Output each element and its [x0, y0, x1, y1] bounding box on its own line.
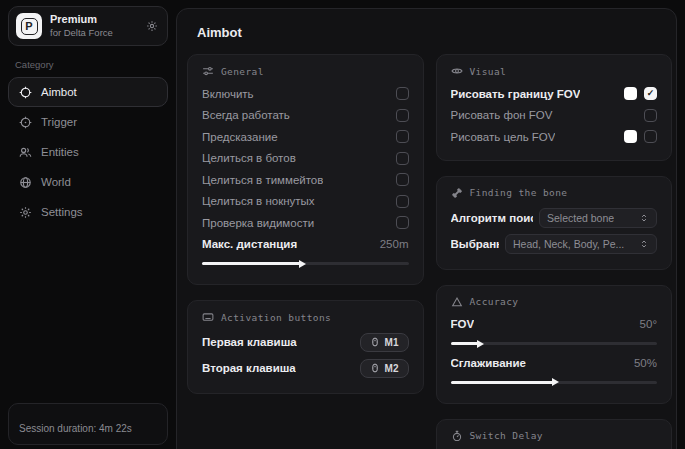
toggle-label: Включить	[202, 88, 254, 100]
sidebar-item-aimbot[interactable]: Aimbot	[8, 77, 168, 107]
checkbox-draw-fov-target[interactable]	[644, 130, 657, 143]
accuracy-card-title: Accuracy	[470, 296, 519, 307]
dropdown-selected-bones[interactable]: Head, Neck, Body, Pe...	[505, 234, 657, 254]
toggle-row: Целиться в нокнутых	[202, 191, 409, 213]
toggle-label: Целиться в нокнутых	[202, 195, 315, 207]
globe-icon	[19, 176, 32, 189]
app-window: P Premium for Delta Force Category	[0, 0, 685, 449]
bone-icon	[451, 187, 463, 199]
checkbox-enable[interactable]	[396, 87, 409, 100]
chevron-up-down-icon	[639, 239, 649, 249]
select-row: Выбранные кости Head, Neck, Body, Pe...	[451, 231, 658, 257]
checkbox-always-work[interactable]	[396, 109, 409, 122]
toggle-label: Всегда работать	[202, 109, 290, 121]
session-duration: Session duration: 4m 22s	[19, 423, 132, 434]
checkbox-target-bots[interactable]	[396, 152, 409, 165]
slider-label: Макс. дистанция	[202, 238, 297, 250]
brand-card: P Premium for Delta Force	[8, 6, 168, 46]
toggle-row: Рисовать границу FOV	[451, 83, 658, 105]
toggle-label: Рисовать цель FOV	[451, 131, 556, 143]
entities-icon	[19, 146, 32, 159]
bone-card: Finding the bone Алгоритм поиска костей …	[436, 176, 673, 270]
toggle-label: Проверка видимости	[202, 217, 314, 229]
fov-slider[interactable]	[451, 342, 658, 345]
switch-delay-card-title: Switch Delay	[470, 430, 543, 441]
brand-text: Premium for Delta Force	[50, 13, 138, 39]
stopwatch-icon	[451, 430, 463, 442]
general-card: General Включить Всегда работать Предска…	[187, 54, 424, 285]
activation-card-header: Activation buttons	[202, 311, 409, 323]
category-label: Category	[15, 59, 168, 70]
sidebar-item-trigger[interactable]: Trigger	[8, 107, 168, 137]
toggle-label: Рисовать границу FOV	[451, 88, 581, 100]
sidebar-item-label: World	[41, 176, 71, 188]
slider-value-row: Макс. дистанция 250m	[202, 234, 409, 256]
app-logo: P	[16, 13, 42, 39]
checkbox-prediction[interactable]	[396, 130, 409, 143]
select-label: Алгоритм поиска костей	[451, 212, 534, 224]
content-columns: General Включить Всегда работать Предска…	[187, 54, 672, 449]
second-key-button[interactable]: M2	[360, 359, 409, 378]
keybind-row: Вторая клавиша M2	[202, 355, 409, 381]
slider-fill	[202, 262, 301, 265]
checkbox-visibility-check[interactable]	[396, 216, 409, 229]
brand-subtitle: for Delta Force	[50, 27, 138, 39]
checkbox-draw-fov-border[interactable]	[644, 87, 657, 100]
toggle-row: Целиться в ботов	[202, 148, 409, 170]
eye-icon	[451, 65, 463, 77]
dropdown-value: Selected bone	[547, 212, 614, 224]
gear-icon	[19, 206, 32, 219]
toggle-row: Предсказание	[202, 126, 409, 148]
toggle-controls	[644, 109, 657, 122]
switch-delay-card: Switch Delay Задержка переключения Задер…	[436, 419, 673, 449]
mouse-icon	[370, 337, 380, 347]
slider-fill	[451, 381, 554, 384]
checkbox-draw-fov-background[interactable]	[644, 109, 657, 122]
left-column: General Включить Всегда работать Предска…	[187, 54, 424, 449]
brand-title: Premium	[50, 13, 138, 27]
sidebar-item-world[interactable]: World	[8, 167, 168, 197]
gear-icon[interactable]	[146, 20, 158, 32]
slider-label: Сглаживание	[451, 357, 526, 369]
visual-card: Visual Рисовать границу FOV Рисовать фон…	[436, 54, 673, 161]
sidebar-item-label: Aimbot	[41, 86, 77, 98]
triangle-icon	[451, 296, 463, 308]
switch-delay-card-header: Switch Delay	[451, 430, 658, 442]
sidebar-item-entities[interactable]: Entities	[8, 137, 168, 167]
activation-card-title: Activation buttons	[221, 312, 331, 323]
keybind-label: Вторая клавиша	[202, 362, 296, 374]
sidebar-nav: Aimbot Trigger Entities	[8, 77, 168, 227]
bone-card-header: Finding the bone	[451, 187, 658, 199]
sidebar-item-label: Settings	[41, 206, 83, 218]
max-distance-slider[interactable]	[202, 262, 409, 265]
toggle-label: Целиться в тиммейтов	[202, 174, 323, 186]
accuracy-card-header: Accuracy	[451, 296, 658, 308]
activation-card: Activation buttons Первая клавиша M1	[187, 300, 424, 394]
toggle-controls	[624, 87, 657, 100]
checkbox-target-knocked[interactable]	[396, 195, 409, 208]
dropdown-bone-algorithm[interactable]: Selected bone	[539, 208, 657, 228]
general-card-title: General	[221, 66, 264, 77]
main-panel: Aimbot General Включит	[176, 8, 677, 449]
keybind-row: Первая клавиша M1	[202, 329, 409, 355]
toggle-row: Рисовать фон FOV	[451, 105, 658, 127]
mouse-icon	[370, 363, 380, 373]
toggle-row: Включить	[202, 83, 409, 105]
first-key-button[interactable]: M1	[360, 333, 409, 352]
keybind-label: Первая клавиша	[202, 336, 297, 348]
session-card: Session duration: 4m 22s	[8, 403, 168, 445]
sidebar-item-settings[interactable]: Settings	[8, 197, 168, 227]
sliders-icon	[202, 65, 214, 77]
slider-value: 50%	[634, 357, 657, 369]
keybind-value: M2	[385, 363, 399, 374]
slider-value-row: Сглаживание 50%	[451, 352, 658, 374]
fov-target-color-swatch[interactable]	[624, 130, 637, 143]
checkbox-target-teammates[interactable]	[396, 173, 409, 186]
toggle-row: Целиться в тиммейтов	[202, 169, 409, 191]
select-label: Выбранные кости	[451, 238, 500, 250]
crosshair-icon	[19, 86, 32, 99]
smoothing-slider[interactable]	[451, 381, 658, 384]
trigger-icon	[19, 116, 32, 129]
fov-border-color-swatch[interactable]	[624, 87, 637, 100]
keyboard-icon	[202, 311, 214, 323]
